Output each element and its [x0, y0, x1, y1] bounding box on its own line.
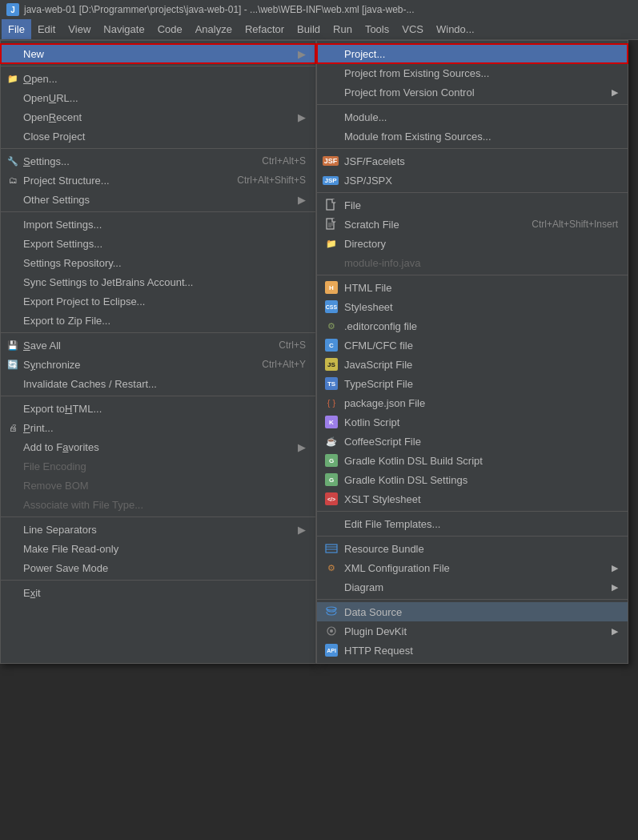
menu-item-new[interactable]: New ▶: [1, 44, 315, 63]
diagram-icon: [323, 580, 339, 594]
separator: [317, 511, 628, 512]
menu-item-export-html[interactable]: Export to HTML...: [1, 399, 315, 418]
separator: [317, 599, 628, 600]
submenu-item-typescript[interactable]: TS TypeScript File: [317, 374, 628, 393]
submenu-item-project-existing[interactable]: Project from Existing Sources...: [317, 63, 628, 82]
submenu-item-editorconfig[interactable]: ⚙ .editorconfig file: [317, 316, 628, 336]
menu-window[interactable]: Windo...: [430, 19, 481, 39]
project-icon: [323, 46, 339, 61]
submenu-item-resource-bundle[interactable]: Resource Bundle: [317, 539, 628, 558]
menu-item-export-zip[interactable]: Export to Zip File...: [1, 311, 315, 330]
menu-tools[interactable]: Tools: [359, 19, 395, 39]
submenu-item-package-json[interactable]: { } package.json File: [317, 393, 628, 412]
separator: [1, 516, 315, 517]
menu-item-synchronize[interactable]: 🔄 Synchronize Ctrl+Alt+Y: [1, 355, 315, 374]
scratch-shortcut: Ctrl+Alt+Shift+Insert: [516, 219, 618, 230]
menu-code[interactable]: Code: [151, 19, 189, 39]
menu-build[interactable]: Build: [291, 19, 327, 39]
edit-templates-icon: [323, 516, 339, 531]
title-bar: J java-web-01 [D:\Programmer\projects\ja…: [0, 0, 638, 19]
submenu-item-directory[interactable]: 📁 Directory: [317, 234, 628, 253]
submenu-item-kotlin[interactable]: K Kotlin Script: [317, 412, 628, 432]
css-icon: CSS: [323, 299, 339, 314]
submenu-item-module-existing[interactable]: Module from Existing Sources...: [317, 127, 628, 146]
vcs-icon: [323, 85, 339, 99]
dropdown-container: New ▶ 📁 Open... Open URL... Open Recent …: [0, 40, 628, 664]
menu-item-exit[interactable]: Exit: [1, 583, 315, 602]
menu-item-settings-repository[interactable]: Settings Repository...: [1, 253, 315, 272]
submenu-item-javascript[interactable]: JS JavaScript File: [317, 355, 628, 374]
submenu-item-coffeescript[interactable]: ☕ CoffeeScript File: [317, 432, 628, 451]
submenu-label-xml-config: XML Configuration File: [344, 562, 450, 574]
submenu-label-jsp: JSP/JSPX: [344, 175, 392, 187]
menu-item-invalidate-caches[interactable]: Invalidate Caches / Restart...: [1, 374, 315, 393]
menu-item-open[interactable]: 📁 Open...: [1, 69, 315, 88]
submenu-item-plugin-devkit[interactable]: Plugin DevKit ▶: [317, 621, 628, 641]
folder-icon: 📁: [6, 71, 20, 86]
submenu-item-cfml[interactable]: C CFML/CFC file: [317, 336, 628, 355]
gradle-settings-icon: G: [323, 472, 339, 487]
submenu-item-html[interactable]: H HTML File: [317, 278, 628, 297]
menu-item-save-all[interactable]: 💾 Save All Ctrl+S: [1, 336, 315, 355]
menu-item-print[interactable]: 🖨 Print...: [1, 418, 315, 437]
submenu-label-http-request: HTTP Request: [344, 645, 413, 657]
submenu-item-gradle-kotlin-settings[interactable]: G Gradle Kotlin DSL Settings: [317, 470, 628, 489]
file-icon: [323, 198, 339, 212]
menu-view[interactable]: View: [62, 19, 97, 39]
submenu-item-stylesheet[interactable]: CSS Stylesheet: [317, 297, 628, 316]
menu-item-settings[interactable]: 🔧 Settings... Ctrl+Alt+S: [1, 151, 315, 171]
datasource-icon: [323, 605, 339, 619]
submenu-label-editorconfig: .editorconfig file: [344, 320, 417, 332]
sync-icon: 🔄: [6, 357, 20, 372]
menu-item-open-url[interactable]: Open URL...: [1, 88, 315, 107]
menu-item-sync-settings[interactable]: Sync Settings to JetBrains Account...: [1, 272, 315, 291]
jsf-icon: JSF: [323, 154, 339, 168]
menu-refactor[interactable]: Refactor: [239, 19, 291, 39]
menu-item-open-recent[interactable]: Open Recent ▶: [1, 107, 315, 127]
menu-run[interactable]: Run: [327, 19, 359, 39]
submenu-item-xml-config[interactable]: ⚙ XML Configuration File ▶: [317, 558, 628, 577]
submenu-item-jsf[interactable]: JSF JSF/Facelets: [317, 151, 628, 171]
svg-rect-2: [332, 199, 335, 203]
menu-analyze[interactable]: Analyze: [189, 19, 239, 39]
title-text: java-web-01 [D:\Programmer\projects\java…: [24, 4, 414, 15]
menu-item-export-eclipse[interactable]: Export Project to Eclipse...: [1, 291, 315, 311]
separator: [1, 396, 315, 396]
print-icon: 🖨: [6, 420, 20, 435]
menu-file[interactable]: File: [2, 19, 31, 39]
menu-item-close-project[interactable]: Close Project: [1, 127, 315, 146]
submenu-item-gradle-kotlin-build[interactable]: G Gradle Kotlin DSL Build Script: [317, 451, 628, 470]
menu-item-project-structure[interactable]: 🗂 Project Structure... Ctrl+Alt+Shift+S: [1, 171, 315, 190]
editorconfig-icon: ⚙: [323, 319, 339, 333]
menu-item-make-read-only[interactable]: Make File Read-only: [1, 539, 315, 558]
submenu-item-scratch[interactable]: Scratch File Ctrl+Alt+Shift+Insert: [317, 215, 628, 234]
separator: [1, 148, 315, 149]
module-info-icon: [323, 255, 339, 270]
submenu-item-project-vcs[interactable]: Project from Version Control ▶: [317, 82, 628, 102]
menu-item-add-favorites[interactable]: Add to Favorites ▶: [1, 437, 315, 456]
js-icon: JS: [323, 357, 339, 372]
submenu-item-xslt[interactable]: </> XSLT Stylesheet: [317, 489, 628, 508]
submenu-item-datasource[interactable]: Data Source: [317, 602, 628, 621]
menu-item-power-save[interactable]: Power Save Mode: [1, 558, 315, 577]
submenu-item-module[interactable]: Module...: [317, 107, 628, 127]
submenu-label-gradle-kotlin-settings: Gradle Kotlin DSL Settings: [344, 474, 467, 486]
submenu-item-diagram[interactable]: Diagram ▶: [317, 577, 628, 597]
menu-item-other-settings[interactable]: Other Settings ▶: [1, 190, 315, 209]
menu-item-export-settings[interactable]: Export Settings...: [1, 234, 315, 253]
submenu-label-project-vcs: Project from Version Control: [344, 86, 475, 98]
menu-edit[interactable]: Edit: [31, 19, 62, 39]
menu-navigate[interactable]: Navigate: [97, 19, 150, 39]
menu-item-line-separators[interactable]: Line Separators ▶: [1, 520, 315, 539]
submenu-item-edit-templates[interactable]: Edit File Templates...: [317, 514, 628, 533]
menu-vcs[interactable]: VCS: [395, 19, 430, 39]
submenu-item-file[interactable]: File: [317, 195, 628, 215]
separator: [1, 580, 315, 581]
submenu-item-http-request[interactable]: API HTTP Request: [317, 641, 628, 660]
submenu-label-kotlin: Kotlin Script: [344, 416, 399, 428]
submenu-item-jsp[interactable]: JSP JSP/JSPX: [317, 171, 628, 190]
svg-rect-5: [332, 219, 335, 222]
submenu-item-project[interactable]: Project...: [317, 44, 628, 63]
menu-item-import-settings[interactable]: Import Settings...: [1, 215, 315, 234]
html-icon: H: [323, 280, 339, 295]
